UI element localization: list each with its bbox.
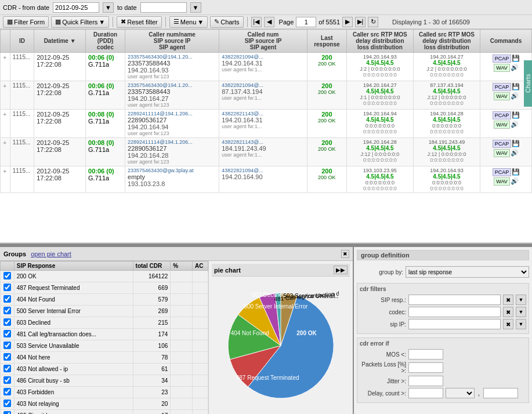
sip-resp-input[interactable] bbox=[408, 295, 501, 305]
group-check-input[interactable] bbox=[3, 295, 11, 303]
group-check-input[interactable] bbox=[3, 411, 11, 414]
wav-btn[interactable]: WAV bbox=[494, 92, 510, 100]
groups-row[interactable]: 487 Request Terminated 669 bbox=[1, 282, 208, 294]
pcap-btn[interactable]: PCAP bbox=[493, 140, 512, 148]
pct-col-header[interactable]: % bbox=[171, 262, 193, 271]
group-checkbox[interactable] bbox=[1, 364, 15, 375]
wav-btn[interactable]: WAV bbox=[494, 64, 510, 72]
prev-page-btn[interactable]: ◀ bbox=[264, 17, 274, 27]
menu-btn[interactable]: ☰ Menu ▼ bbox=[169, 16, 208, 28]
expand-btn[interactable]: + bbox=[1, 166, 10, 193]
sip-ip-clear-btn[interactable]: ✖ bbox=[503, 319, 513, 329]
expand-btn[interactable]: + bbox=[1, 110, 10, 138]
expand-btn[interactable]: + bbox=[1, 81, 10, 110]
delay-count2-input[interactable] bbox=[483, 388, 518, 398]
pcap-btn[interactable]: PCAP bbox=[493, 83, 512, 91]
next-page-btn[interactable]: ▶ bbox=[342, 17, 353, 27]
group-checkbox[interactable] bbox=[1, 282, 15, 294]
group-checkbox[interactable] bbox=[1, 306, 15, 317]
wav-btn[interactable]: WAV bbox=[494, 177, 510, 186]
group-checkbox[interactable] bbox=[1, 294, 15, 306]
pie-expand-btn[interactable]: ▶▶ bbox=[334, 266, 348, 274]
sip-col-header[interactable]: SIP Response bbox=[14, 262, 133, 271]
group-checkbox[interactable] bbox=[1, 340, 15, 352]
called-mos-col-header[interactable]: Called src RTP MOSdelay distributionloss… bbox=[413, 30, 480, 53]
groups-row[interactable]: 481 Call leg/transaction does... 174 bbox=[1, 329, 208, 340]
group-check-input[interactable] bbox=[3, 342, 11, 349]
from-date-input[interactable] bbox=[53, 2, 99, 13]
groups-row[interactable]: 403 Not allowed - ip 61 bbox=[1, 364, 208, 375]
group-checkbox[interactable] bbox=[1, 317, 15, 329]
group-check-input[interactable] bbox=[3, 307, 11, 314]
caller-col-header[interactable]: Caller num/nameSIP source IPSIP agent bbox=[125, 30, 219, 53]
from-date-calendar-btn[interactable]: ▼ bbox=[103, 2, 114, 13]
group-check-input[interactable] bbox=[3, 388, 11, 395]
groups-row[interactable]: 403 Forbidden 23 bbox=[1, 387, 208, 398]
sip-ip-input[interactable] bbox=[408, 319, 501, 329]
pcap-btn[interactable]: PCAP bbox=[493, 168, 512, 176]
to-date-input[interactable] bbox=[140, 2, 187, 13]
group-checkbox[interactable] bbox=[1, 329, 15, 340]
expand-btn[interactable]: + bbox=[1, 138, 10, 166]
group-checkbox[interactable] bbox=[1, 375, 15, 387]
open-pie-link[interactable]: open pie chart bbox=[31, 250, 71, 257]
groups-row[interactable]: 503 Service Unavailable 106 bbox=[1, 340, 208, 352]
duration-col-header[interactable]: Duration (PDD) codec bbox=[86, 30, 125, 53]
group-by-select[interactable]: last sip response bbox=[406, 266, 529, 278]
response-col-header[interactable]: Last response bbox=[307, 30, 346, 53]
refresh-btn[interactable]: ↻ bbox=[368, 17, 378, 27]
delay-count-input[interactable] bbox=[408, 388, 443, 398]
groups-row[interactable]: 403 Not relaying 20 bbox=[1, 398, 208, 410]
charts-side-tab[interactable]: Charts bbox=[524, 60, 532, 107]
group-checkbox[interactable] bbox=[1, 352, 15, 364]
groups-row[interactable]: 404 Not here 78 bbox=[1, 352, 208, 364]
group-checkbox[interactable] bbox=[1, 398, 15, 410]
groups-row[interactable]: 406 Circuit busy 17 bbox=[1, 410, 208, 415]
save-icon[interactable]: 💾 bbox=[512, 83, 520, 90]
speaker-icon[interactable]: 🔊 bbox=[511, 177, 519, 184]
groups-row[interactable]: 486 Circuit busy - sb 34 bbox=[1, 375, 208, 387]
datetime-col-header[interactable]: Datetime ▼ bbox=[34, 30, 86, 53]
group-check-input[interactable] bbox=[3, 330, 11, 337]
packets-loss-input[interactable] bbox=[408, 362, 443, 373]
pcap-btn[interactable]: PCAP bbox=[493, 55, 512, 63]
save-icon[interactable]: 💾 bbox=[512, 168, 520, 175]
caller-mos-col-header[interactable]: Caller src RTP MOSdelay distributionloss… bbox=[346, 30, 413, 53]
group-check-input[interactable] bbox=[3, 376, 11, 384]
groups-close-btn[interactable]: ✖ bbox=[341, 250, 349, 258]
mos-input[interactable] bbox=[408, 349, 443, 359]
called-col-header[interactable]: Called numSIP source IPSIP agent bbox=[219, 30, 307, 53]
codec-dropdown-btn[interactable]: ▼ bbox=[516, 307, 526, 317]
speaker-icon[interactable]: 🔊 bbox=[511, 92, 519, 99]
group-check-input[interactable] bbox=[3, 284, 11, 291]
expand-btn[interactable]: + bbox=[1, 53, 10, 81]
groups-row[interactable]: 404 Not Found 579 bbox=[1, 294, 208, 306]
codec-clear-btn[interactable]: ✖ bbox=[503, 307, 513, 317]
jitter-input[interactable] bbox=[408, 376, 443, 386]
sip-resp-dropdown-btn[interactable]: ▼ bbox=[516, 295, 526, 305]
delay-select[interactable] bbox=[446, 388, 475, 398]
quick-filters-btn[interactable]: ▦ Quick Filters ▼ bbox=[51, 16, 109, 28]
group-checkbox[interactable] bbox=[1, 271, 15, 282]
speaker-icon[interactable]: 🔊 bbox=[511, 121, 519, 128]
page-input[interactable] bbox=[296, 17, 316, 27]
speaker-icon[interactable]: 🔊 bbox=[511, 64, 519, 71]
group-check-input[interactable] bbox=[3, 353, 11, 361]
group-check-input[interactable] bbox=[3, 365, 11, 372]
groups-row[interactable]: 500 Server Internal Error 269 bbox=[1, 306, 208, 317]
total-col-header[interactable]: total CDR bbox=[133, 262, 171, 271]
group-check-input[interactable] bbox=[3, 400, 11, 407]
save-icon[interactable]: 💾 bbox=[512, 55, 520, 61]
pcap-btn[interactable]: PCAP bbox=[493, 111, 512, 119]
reset-filter-btn[interactable]: ✖ Reset filter bbox=[117, 16, 162, 28]
filter-form-btn[interactable]: ▦ Filter Form bbox=[3, 16, 49, 28]
charts-btn[interactable]: ✎ Charts bbox=[210, 16, 243, 28]
group-checkbox[interactable] bbox=[1, 410, 15, 415]
save-icon[interactable]: 💾 bbox=[512, 111, 520, 118]
sip-ip-dropdown-btn[interactable]: ▼ bbox=[516, 319, 526, 329]
group-check-input[interactable] bbox=[3, 272, 11, 279]
wav-btn[interactable]: WAV bbox=[494, 149, 510, 157]
first-page-btn[interactable]: |◀ bbox=[251, 17, 262, 27]
to-date-calendar-btn[interactable]: ▼ bbox=[190, 2, 201, 13]
groups-row[interactable]: 200 OK 164122 bbox=[1, 271, 208, 282]
